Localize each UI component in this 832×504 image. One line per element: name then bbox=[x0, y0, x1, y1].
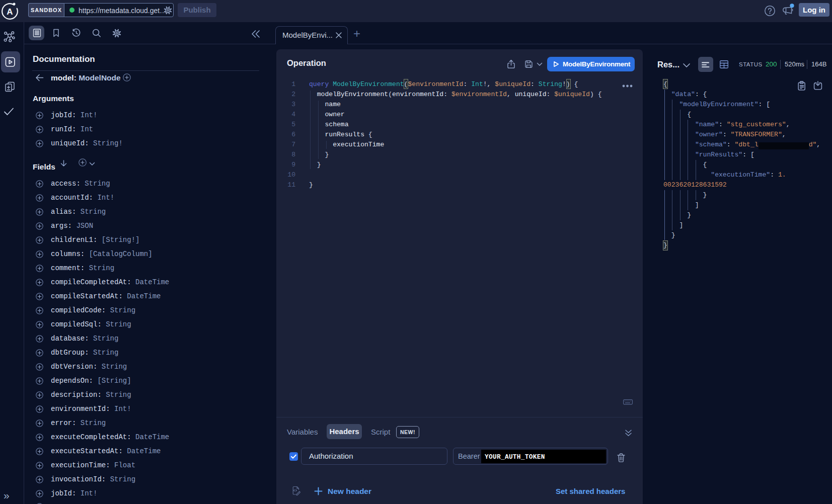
svg-text:A: A bbox=[7, 7, 13, 17]
